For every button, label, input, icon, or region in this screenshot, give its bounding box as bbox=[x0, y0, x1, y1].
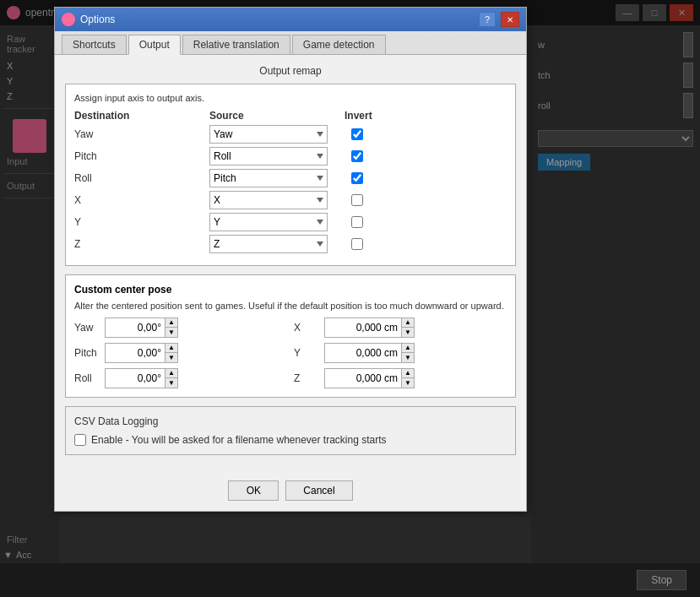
tab-relative-translation[interactable]: Relative translation bbox=[182, 35, 290, 54]
source-select-roll[interactable]: YawPitchRollXYZ bbox=[209, 169, 328, 187]
remap-row-yaw: Yaw YawPitchRollXYZ bbox=[74, 125, 507, 144]
remap-row-pitch: Pitch YawPitchRollXYZ bbox=[74, 147, 507, 166]
dialog-title-icon bbox=[62, 13, 75, 26]
ok-button[interactable]: OK bbox=[228, 480, 279, 501]
cancel-button[interactable]: Cancel bbox=[285, 480, 352, 501]
pose-x-spinner: ▲ ▼ bbox=[401, 318, 414, 337]
source-select-yaw[interactable]: YawPitchRollXYZ bbox=[209, 125, 328, 144]
pose-roll-up[interactable]: ▲ bbox=[166, 369, 177, 378]
dialog-titlebar: Options ? ✕ bbox=[55, 8, 526, 31]
pose-z-spinner: ▲ ▼ bbox=[401, 369, 414, 388]
pose-row-x: X ▲ ▼ bbox=[294, 317, 507, 338]
pose-col-right: X ▲ ▼ Y bbox=[294, 317, 507, 388]
pose-yaw-input-wrap: ▲ ▼ bbox=[105, 317, 178, 338]
invert-checkbox-pitch[interactable] bbox=[351, 150, 363, 162]
pose-x-up[interactable]: ▲ bbox=[402, 318, 414, 328]
tabs-bar: Shortcuts Output Relative translation Ga… bbox=[55, 31, 526, 55]
header-invert: Invert bbox=[345, 110, 412, 122]
pose-roll-spinner: ▲ ▼ bbox=[165, 369, 177, 388]
csv-row: Enable - You will be asked for a filenam… bbox=[74, 434, 507, 446]
pose-yaw-spinner: ▲ ▼ bbox=[165, 318, 177, 337]
pose-pitch-spinner: ▲ ▼ bbox=[165, 344, 177, 362]
dest-x: X bbox=[74, 194, 209, 206]
tab-output[interactable]: Output bbox=[128, 35, 181, 55]
header-source: Source bbox=[209, 110, 345, 122]
source-select-z[interactable]: YawPitchRollXYZ bbox=[209, 235, 328, 253]
pose-yaw-up[interactable]: ▲ bbox=[166, 318, 177, 328]
pose-roll-input[interactable] bbox=[106, 369, 165, 388]
pose-z-label: Z bbox=[294, 372, 319, 384]
pose-x-input[interactable] bbox=[325, 318, 401, 337]
source-select-pitch[interactable]: YawPitchRollXYZ bbox=[209, 147, 328, 166]
invert-checkbox-y[interactable] bbox=[351, 216, 363, 228]
pose-grid: Yaw ▲ ▼ Pitch bbox=[74, 317, 507, 388]
pose-z-input[interactable] bbox=[325, 369, 401, 388]
remap-row-x: X YawPitchRollXYZ bbox=[74, 191, 507, 209]
pose-z-input-wrap: ▲ ▼ bbox=[324, 368, 415, 388]
pose-z-down[interactable]: ▼ bbox=[402, 378, 414, 388]
pose-yaw-down[interactable]: ▼ bbox=[166, 328, 177, 337]
remap-header: Destination Source Invert bbox=[74, 110, 507, 122]
output-remap-group: Assign input axis to output axis. Destin… bbox=[65, 84, 516, 266]
dest-y: Y bbox=[74, 216, 209, 228]
tab-game-detection[interactable]: Game detection bbox=[292, 35, 386, 54]
pose-x-input-wrap: ▲ ▼ bbox=[324, 317, 415, 338]
pose-y-down[interactable]: ▼ bbox=[402, 353, 414, 362]
pose-y-label: Y bbox=[294, 347, 319, 359]
dialog-buttons: OK Cancel bbox=[55, 474, 526, 511]
pose-row-y: Y ▲ ▼ bbox=[294, 343, 507, 363]
header-destination: Destination bbox=[74, 110, 209, 122]
remap-row-z: Z YawPitchRollXYZ bbox=[74, 235, 507, 253]
invert-checkbox-yaw[interactable] bbox=[351, 128, 363, 140]
dest-yaw: Yaw bbox=[74, 128, 209, 140]
pose-yaw-input[interactable] bbox=[106, 318, 165, 337]
pose-x-down[interactable]: ▼ bbox=[402, 328, 414, 337]
custom-center-desc: Alter the centered position sent to game… bbox=[74, 301, 507, 311]
remap-row-roll: Roll YawPitchRollXYZ bbox=[74, 169, 507, 187]
dest-roll: Roll bbox=[74, 172, 209, 184]
pose-x-label: X bbox=[294, 322, 319, 334]
pose-pitch-up[interactable]: ▲ bbox=[166, 344, 177, 353]
remap-row-y: Y YawPitchRollXYZ bbox=[74, 213, 507, 231]
csv-group: CSV Data Logging Enable - You will be as… bbox=[65, 406, 516, 455]
remap-table: Destination Source Invert Yaw YawPitchRo… bbox=[74, 110, 507, 253]
pose-z-up[interactable]: ▲ bbox=[402, 369, 414, 378]
custom-center-title: Custom center pose bbox=[74, 284, 507, 296]
pose-y-spinner: ▲ ▼ bbox=[401, 344, 414, 362]
pose-row-pitch: Pitch ▲ ▼ bbox=[74, 343, 287, 363]
pose-row-roll: Roll ▲ ▼ bbox=[74, 368, 287, 388]
pose-pitch-input-wrap: ▲ ▼ bbox=[105, 343, 178, 363]
options-dialog: Options ? ✕ Shortcuts Output Relative tr… bbox=[54, 7, 527, 512]
help-button[interactable]: ? bbox=[479, 12, 496, 27]
dialog-title-controls: ? ✕ bbox=[479, 12, 519, 27]
pose-pitch-down[interactable]: ▼ bbox=[166, 353, 177, 362]
dialog-close-button[interactable]: ✕ bbox=[501, 12, 519, 27]
csv-text: Enable - You will be asked for a filenam… bbox=[91, 434, 387, 446]
pose-row-z: Z ▲ ▼ bbox=[294, 368, 507, 388]
dest-pitch: Pitch bbox=[74, 150, 209, 162]
pose-row-yaw: Yaw ▲ ▼ bbox=[74, 317, 287, 338]
pose-y-up[interactable]: ▲ bbox=[402, 344, 414, 353]
pose-y-input-wrap: ▲ ▼ bbox=[324, 343, 415, 363]
source-select-y[interactable]: YawPitchRollXYZ bbox=[209, 213, 328, 231]
invert-checkbox-z[interactable] bbox=[351, 238, 363, 250]
csv-title: CSV Data Logging bbox=[74, 415, 507, 427]
source-select-x[interactable]: YawPitchRollXYZ bbox=[209, 191, 328, 209]
pose-roll-input-wrap: ▲ ▼ bbox=[105, 368, 178, 388]
pose-pitch-input[interactable] bbox=[106, 344, 165, 362]
pose-col-left: Yaw ▲ ▼ Pitch bbox=[74, 317, 287, 388]
assign-label: Assign input axis to output axis. bbox=[74, 93, 507, 103]
csv-checkbox[interactable] bbox=[74, 434, 86, 446]
pose-roll-label: Roll bbox=[74, 372, 100, 384]
pose-yaw-label: Yaw bbox=[74, 322, 100, 334]
dest-z: Z bbox=[74, 238, 209, 250]
invert-checkbox-x[interactable] bbox=[351, 194, 363, 206]
custom-center-group: Custom center pose Alter the centered po… bbox=[65, 274, 516, 398]
output-remap-title: Output remap bbox=[65, 65, 516, 77]
pose-roll-down[interactable]: ▼ bbox=[166, 378, 177, 388]
dialog-title-text: Options bbox=[80, 14, 115, 25]
dialog-content: Output remap Assign input axis to output… bbox=[55, 55, 526, 474]
invert-checkbox-roll[interactable] bbox=[351, 172, 363, 184]
tab-shortcuts[interactable]: Shortcuts bbox=[62, 35, 127, 54]
pose-y-input[interactable] bbox=[325, 344, 401, 362]
